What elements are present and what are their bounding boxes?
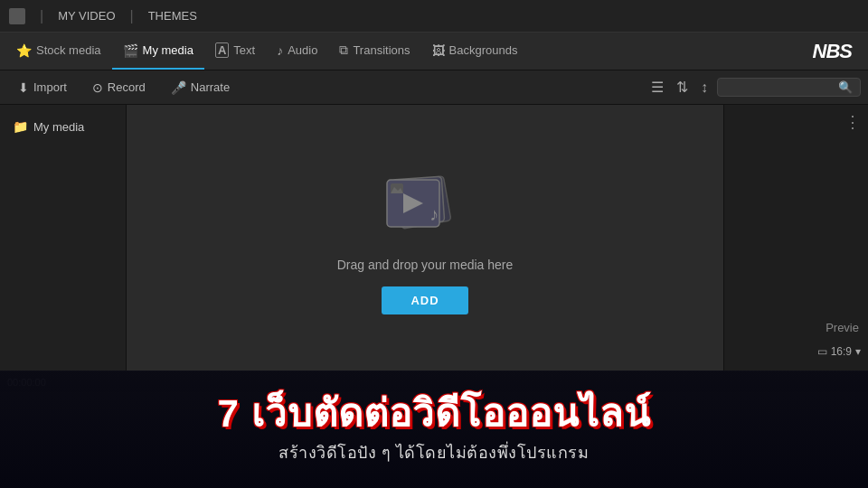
list-view-button[interactable]: ☰ (647, 77, 667, 98)
tab-transitions-label: Transitions (353, 43, 410, 57)
audio-icon: ♪ (277, 43, 283, 58)
tab-text[interactable]: A Text (204, 33, 266, 70)
tab-transitions[interactable]: ⧉ Transitions (328, 33, 420, 70)
add-button[interactable]: ADD (382, 286, 467, 314)
import-button[interactable]: ⬇ Import (7, 77, 78, 99)
sidebar-item-my-media[interactable]: 📁 My media (0, 114, 126, 139)
chevron-down-icon: ▾ (855, 345, 861, 358)
separator-1: | (40, 8, 43, 24)
tab-backgrounds[interactable]: 🖼 Backgrounds (421, 33, 529, 70)
tab-stock-media[interactable]: ⭐ Stock media (5, 33, 112, 70)
record-label: Record (108, 80, 146, 94)
drop-zone-icon: ♪ (371, 162, 479, 243)
separator-2: | (130, 8, 134, 24)
star-icon: ⭐ (16, 43, 32, 58)
tab-audio[interactable]: ♪ Audio (266, 33, 328, 70)
search-icon: 🔍 (838, 80, 853, 94)
sort-asc-button[interactable]: ⇅ (673, 77, 692, 98)
backgrounds-icon: 🖼 (432, 43, 445, 58)
narrate-label: Narrate (191, 80, 230, 94)
record-icon: ⊙ (92, 80, 103, 95)
svg-text:♪: ♪ (429, 204, 439, 224)
tab-text-label: Text (233, 43, 255, 57)
menu-my-video[interactable]: MY VIDEO (58, 9, 115, 23)
bottom-overlay: 7 เว็บตัดต่อวิดีโอออนไลน์ สร้างวิดีโอปัง… (0, 371, 868, 488)
main-area: 📁 My media ♪ Drag and drop your me (0, 105, 868, 371)
sidebar: 📁 My media (0, 105, 127, 371)
transitions-icon: ⧉ (339, 42, 348, 58)
narrate-button[interactable]: 🎤 Narrate (160, 77, 241, 99)
aspect-ratio-button[interactable]: ▭ 16:9 ▾ (817, 345, 861, 358)
search-input[interactable] (725, 81, 834, 94)
tab-my-media-label: My media (143, 43, 193, 57)
top-menu-bar: | MY VIDEO | THEMES (0, 0, 868, 33)
subheadline-text: สร้างวิดีโอปัง ๆ ได้โดยไม่ต้องพึ่งโปรแกร… (278, 439, 589, 465)
headline-text: 7 เว็บตัดต่อวิดีโอออนไลน์ (217, 393, 650, 435)
text-icon: A (215, 42, 229, 58)
three-dots-menu[interactable]: ⋮ (844, 112, 861, 132)
preview-label: Previe (826, 321, 859, 334)
tab-bar: ⭐ Stock media 🎬 My media A Text ♪ Audio … (0, 33, 868, 70)
camera-icon: 🎬 (123, 43, 138, 58)
content-panel: ♪ Drag and drop your media here ADD (127, 105, 723, 371)
action-bar: ⬇ Import ⊙ Record 🎤 Narrate ☰ ⇅ ↕ 🔍 (0, 70, 868, 105)
app-icon (9, 8, 25, 24)
search-box: 🔍 (717, 78, 861, 97)
menu-themes[interactable]: THEMES (148, 9, 197, 23)
tab-backgrounds-label: Backgrounds (449, 43, 518, 57)
tab-audio-label: Audio (288, 43, 317, 57)
sidebar-item-my-media-label: My media (33, 120, 84, 134)
aspect-ratio-value: 16:9 (831, 345, 852, 358)
import-icon: ⬇ (18, 80, 29, 95)
drop-zone-text: Drag and drop your media here (337, 258, 514, 272)
tab-stock-media-label: Stock media (36, 43, 101, 57)
action-bar-right: ☰ ⇅ ↕ 🔍 (647, 77, 861, 98)
folder-icon: 📁 (13, 119, 28, 134)
record-button[interactable]: ⊙ Record (81, 77, 156, 99)
tab-my-media[interactable]: 🎬 My media (112, 33, 204, 70)
aspect-ratio-icon: ▭ (817, 345, 827, 358)
microphone-icon: 🎤 (171, 80, 186, 95)
preview-panel: ⋮ Previe ▭ 16:9 ▾ (723, 105, 868, 371)
nbs-logo: nbs (813, 40, 863, 63)
import-label: Import (33, 80, 67, 94)
sort-desc-button[interactable]: ↕ (697, 78, 712, 98)
